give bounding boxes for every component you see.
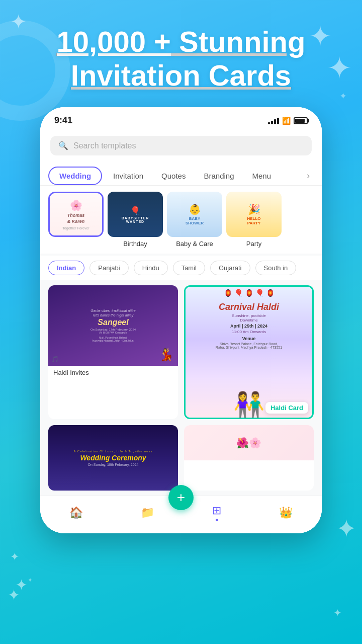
category-party[interactable]: 🎉 HELLOPARTY Party	[226, 192, 282, 248]
home-icon: 🏠	[69, 506, 83, 519]
status-bar: 9:41 📶	[40, 107, 322, 130]
birthday-inv-visual: 🎈 BABYSITTERWANTED	[108, 192, 163, 237]
carnival-time: 11:00 Am Onwards	[232, 330, 266, 334]
flowers-icon: 🌸	[70, 199, 82, 211]
sparkle-icon: ✦	[28, 577, 33, 584]
wedding-ceremony-card[interactable]: A Celebration Of Love, Life & Togetherne…	[48, 425, 178, 491]
category-wedding[interactable]: 🌸 Thomas& Karen Together Forever	[48, 192, 104, 248]
nav-home[interactable]: 🏠	[61, 504, 91, 521]
hero-title-line1: 10,000 + Stunning	[57, 25, 306, 58]
filter-south[interactable]: South in	[255, 261, 297, 275]
party-icon: 🎉	[248, 203, 260, 215]
search-section: 🔍 Search templates	[40, 130, 322, 163]
grid-icon: ⊞	[212, 504, 221, 517]
wedding2-tagline: A Celebration Of Love, Life & Togetherne…	[74, 450, 153, 453]
phone-frame: 9:41 📶 🔍 S	[40, 107, 322, 533]
category-party-label: Party	[246, 240, 261, 248]
tabs-scroll: Wedding Invitation Quotes Branding Menu …	[40, 167, 322, 185]
filter-gujarati[interactable]: Gujarati	[210, 261, 250, 275]
tabs-section: Wedding Invitation Quotes Branding Menu …	[40, 163, 322, 186]
battery-icon	[294, 117, 308, 124]
bottom-nav: + 🏠 📁 ⊞ 👑	[40, 496, 322, 533]
tab-branding[interactable]: Branding	[195, 167, 243, 185]
phone-screen: 9:41 📶 🔍 S	[40, 107, 322, 533]
wedding2-date: On Sunday, 18th February, 2024	[88, 463, 139, 466]
fab-button[interactable]: +	[168, 485, 194, 510]
filter-tamil[interactable]: Tamil	[173, 261, 205, 275]
bottom-partial-image: 🌺🌸	[184, 425, 314, 460]
sparkle-icon: ✦	[333, 607, 342, 619]
category-baby-image: 👶 BABYSHOWER	[167, 192, 222, 237]
party-inv-visual: 🎉 HELLOPARTY	[226, 192, 282, 237]
hero-section: 10,000 + Stunning Invitation Cards	[0, 0, 362, 102]
carnival-venue: Shiva Resort Palace, Fatehpur Road,Rator…	[216, 342, 282, 349]
sparkle-icon: ✦	[8, 586, 20, 604]
status-icons: 📶	[268, 117, 308, 125]
category-birthday-image: 🎈 BABYSITTERWANTED	[108, 192, 163, 237]
tab-menu[interactable]: Menu	[243, 167, 281, 185]
status-time: 9:41	[54, 115, 72, 126]
nav-crown[interactable]: 👑	[271, 504, 301, 521]
plus-icon: +	[177, 490, 185, 506]
folder-icon: 📁	[141, 506, 154, 519]
cards-section: Garba vibes, traditional attire let's da…	[40, 280, 322, 496]
category-wedding-image: 🌸 Thomas& Karen Together Forever	[48, 192, 104, 237]
carnival-venue-label: Venue	[242, 336, 256, 341]
music-icon: 🎵	[51, 356, 59, 363]
filter-section: Indian Panjabi Hindu Tamil Gujarati Sout…	[40, 256, 322, 280]
carnival-subtitle: Sunshine, poolsideDowntime	[232, 313, 266, 323]
woman-dance-icon: 💃	[159, 348, 174, 362]
haldi-card-badge: Haldi Card	[265, 402, 308, 414]
carnival-haldi-image: 🏮 🎈 🏮 🎈 🏮 Carnival Haldi Sunshine, pools…	[186, 287, 312, 418]
nav-folder[interactable]: 📁	[133, 504, 162, 521]
tab-wedding[interactable]: Wedding	[48, 167, 102, 185]
carnival-date: April | 25th | 2024	[230, 324, 267, 329]
search-placeholder: Search templates	[73, 141, 136, 150]
categories-section: 🌸 Thomas& Karen Together Forever 🎈 BABYS…	[40, 186, 322, 254]
category-birthday-label: Birthday	[123, 240, 147, 248]
filter-hindu[interactable]: Hindu	[134, 261, 168, 275]
sparkle-icon: ✦	[15, 576, 28, 594]
category-baby[interactable]: 👶 BABYSHOWER Baby & Care	[167, 192, 222, 248]
wifi-icon: 📶	[282, 117, 291, 125]
filter-panjabi[interactable]: Panjabi	[89, 261, 128, 275]
wedding-ceremony-image: A Celebration Of Love, Life & Togetherne…	[48, 425, 178, 491]
haldi-invites-card[interactable]: Garba vibes, traditional attire let's da…	[48, 285, 178, 419]
signal-icon	[268, 117, 279, 124]
hero-highlight: 10,000 +	[57, 25, 171, 58]
wedding2-title: Wedding Ceremony	[80, 454, 146, 462]
tab-invitation[interactable]: Invitation	[104, 167, 152, 185]
couple-icon: 👫	[233, 392, 264, 418]
haldi-event-name: Sangeel	[98, 318, 128, 327]
filter-indian[interactable]: Indian	[48, 261, 84, 275]
hero-title: 10,000 + Stunning Invitation Cards	[20, 25, 342, 92]
tabs-chevron-icon[interactable]: ›	[303, 171, 314, 181]
hero-title-line2: Invitation Cards	[71, 59, 291, 92]
crown-icon: 👑	[279, 506, 293, 519]
wedding-inv-visual: 🌸 Thomas& Karen Together Forever	[50, 193, 102, 235]
sparkle-icon: ✦	[10, 550, 19, 564]
baby-inv-visual: 👶 BABYSHOWER	[167, 192, 222, 237]
flowers-icon: 🌺🌸	[236, 437, 261, 449]
bottom-partial-card[interactable]: 🌺🌸	[184, 425, 314, 491]
nav-grid[interactable]: ⊞	[204, 502, 229, 523]
haldi-invites-image: Garba vibes, traditional attire let's da…	[48, 285, 178, 366]
carnival-haldi-card[interactable]: 🏮 🎈 🏮 🎈 🏮 Carnival Haldi Sunshine, pools…	[184, 285, 314, 419]
search-bar[interactable]: 🔍 Search templates	[50, 136, 312, 155]
balloon-icon: 🎈	[130, 206, 140, 215]
search-icon: 🔍	[58, 141, 68, 150]
category-birthday[interactable]: 🎈 BABYSITTERWANTED Birthday	[108, 192, 163, 248]
haldi-invites-label: Haldi Invites	[48, 366, 178, 379]
carnival-title: Carnival Haldi	[219, 302, 279, 312]
phone-mockup: 9:41 📶 🔍 S	[0, 107, 362, 533]
active-indicator	[216, 519, 218, 521]
category-party-image: 🎉 HELLOPARTY	[226, 192, 282, 237]
baby-icon: 👶	[189, 203, 201, 215]
category-baby-label: Baby & Care	[176, 240, 213, 248]
tab-quotes[interactable]: Quotes	[152, 167, 195, 185]
